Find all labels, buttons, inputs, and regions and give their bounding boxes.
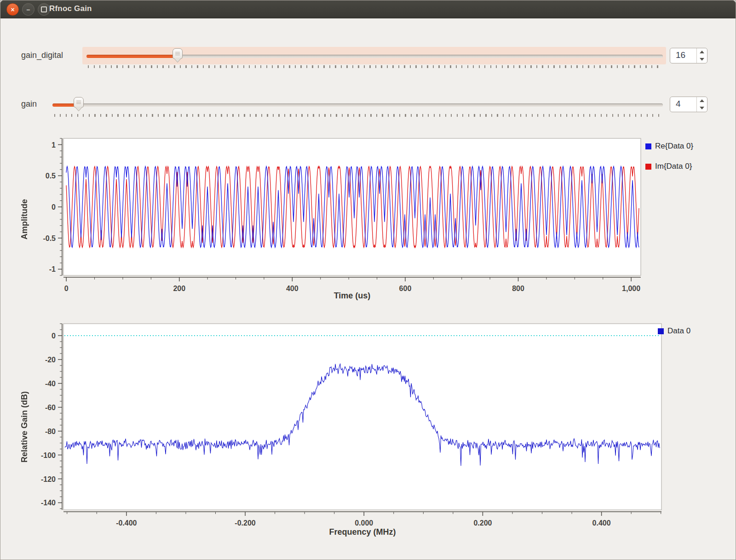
gain-digital-label: gain_digital [21,51,63,60]
gain-slider-track[interactable] [52,103,663,107]
svg-text:-40: -40 [45,380,56,388]
spin-down-button[interactable] [697,56,707,63]
handle-body [172,48,183,59]
maximize-icon[interactable] [38,3,50,16]
re-series-swatch [645,143,651,149]
legend-item-data0[interactable]: Data 0 [658,326,690,336]
minimize-icon[interactable]: – [22,3,34,16]
time-plot-xlabel: Time (us) [63,291,641,301]
spinbox-arrows [696,48,707,63]
gain-value[interactable]: 4 [676,99,681,109]
svg-text:0.5: 0.5 [46,172,56,180]
freq-plot-x-axis-tick-labels: -0.400-0.2000.0000.2000.400 [116,519,611,527]
svg-text:-120: -120 [41,475,56,483]
svg-text:-0.200: -0.200 [235,519,255,527]
svg-text:-0.5: -0.5 [43,234,56,242]
spin-up-button[interactable] [697,97,707,104]
svg-text:-80: -80 [45,428,56,435]
close-icon[interactable]: × [6,3,19,16]
gain-slider-handle[interactable] [74,97,84,112]
gain-digital-value[interactable]: 16 [676,50,685,60]
legend-label: Im{Data 0} [655,162,692,171]
handle-body [74,97,84,108]
svg-text:-140: -140 [41,499,56,507]
gain-digital-slider-ticks [88,65,661,68]
gain-digital-slider-handle[interactable] [172,48,183,63]
maximize-glyph [41,6,47,12]
legend-label: Re{Data 0} [655,142,693,151]
handle-point [174,58,181,62]
spin-up-button[interactable] [697,48,707,56]
time-plot-ylabel: Amplitude [20,175,29,240]
freq-plot-xlabel: Frequency (MHz) [63,527,661,537]
title-bar[interactable]: × – Rfnoc Gain [0,0,736,18]
window-title: Rfnoc Gain [49,4,92,13]
gain-digital-spinbox[interactable]: 16 [670,48,707,63]
gain-digital-slider-fill [86,55,178,58]
svg-text:0.400: 0.400 [592,519,611,527]
time-plot-y-axis-tick-labels: 10.50-0.5-1 [43,141,56,274]
freq-plot-canvas[interactable] [63,324,661,510]
svg-text:-20: -20 [45,356,56,364]
legend-item-im-data0[interactable]: Im{Data 0} [645,161,692,171]
svg-text:0: 0 [52,203,56,211]
gain-spinbox[interactable]: 4 [670,97,707,112]
application-window: 02004006008001,00010.50-0.5-1-0.400-0.20… [0,0,736,560]
svg-text:-100: -100 [41,451,56,459]
triangle-up-icon [700,51,704,53]
freq-plot-ylabel: Relative Gain (dB) [20,371,29,463]
handle-point [75,107,82,111]
im-series-swatch [645,164,651,170]
data0-series-swatch [658,328,664,334]
gain-slider-ticks [54,114,661,117]
legend-label: Data 0 [667,326,690,336]
spinbox-arrows [696,97,707,112]
freq-plot-y-axis-tick-labels: 0-20-40-60-80-100-120-140 [41,332,56,507]
spin-down-button[interactable] [697,104,707,112]
legend-item-re-data0[interactable]: Re{Data 0} [645,141,693,151]
triangle-up-icon [700,99,704,102]
svg-text:1: 1 [52,141,56,149]
svg-text:0.200: 0.200 [473,519,492,527]
triangle-down-icon [700,58,704,61]
svg-text:-60: -60 [45,404,56,411]
triangle-down-icon [700,107,704,109]
plots-layer: 02004006008001,00010.50-0.5-1-0.400-0.20… [0,0,736,560]
svg-text:0: 0 [52,332,56,340]
svg-text:-0.400: -0.400 [116,519,137,527]
gain-label: gain [21,99,37,109]
svg-text:-1: -1 [49,265,56,273]
svg-text:0.000: 0.000 [355,519,373,527]
